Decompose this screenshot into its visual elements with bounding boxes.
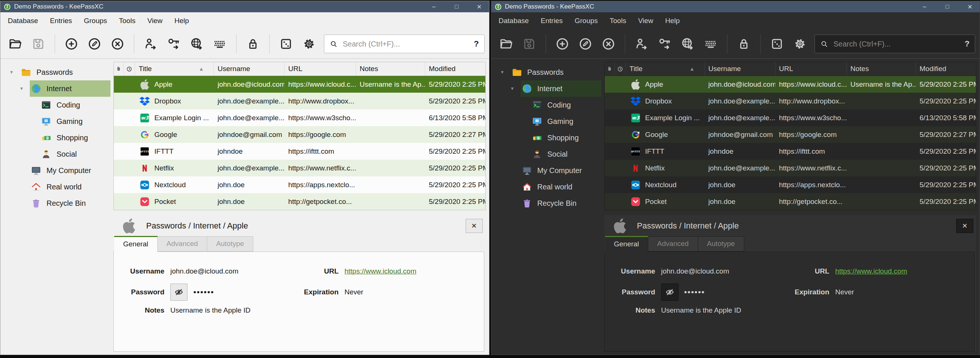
- entry-row-pocket[interactable]: Pocket john.doe http://getpocket.co... 5…: [605, 193, 976, 210]
- add-entry-button[interactable]: [61, 34, 82, 54]
- entry-row-apple[interactable]: Apple john.doe@icloud.com https://www.ic…: [114, 76, 485, 93]
- search-help-button[interactable]: ?: [474, 39, 479, 49]
- edit-entry-button[interactable]: [84, 34, 105, 54]
- entry-row-nextcloud[interactable]: Nextcloud john.doe https://apps.nextclo.…: [605, 176, 976, 193]
- tab-general[interactable]: General: [114, 236, 158, 252]
- password-generator-button[interactable]: [275, 34, 296, 54]
- entry-row-pocket[interactable]: Pocket john.doe http://getpocket.co... 5…: [114, 193, 485, 210]
- modified-column-header[interactable]: Modified: [916, 62, 976, 75]
- group-item-coding[interactable]: Coding: [3, 97, 110, 113]
- menu-view[interactable]: View: [141, 14, 169, 27]
- copy-password-button[interactable]: [163, 34, 184, 54]
- tab-general[interactable]: General: [605, 236, 649, 252]
- entry-row-netflix[interactable]: Netflix john.doe@example.... https://www…: [114, 160, 485, 176]
- add-entry-button[interactable]: [552, 34, 573, 54]
- maximize-button[interactable]: □: [447, 3, 466, 10]
- maximize-button[interactable]: □: [938, 3, 957, 10]
- copy-password-button[interactable]: [654, 34, 675, 54]
- close-preview-button[interactable]: ✕: [466, 219, 483, 233]
- group-item-recycle-bin[interactable]: Recycle Bin: [3, 195, 110, 211]
- entry-row-google[interactable]: Google johndoe@gmail.com https://google.…: [605, 126, 976, 143]
- settings-button[interactable]: [299, 34, 320, 54]
- group-item-my-computer[interactable]: My Computer: [493, 162, 601, 179]
- lock-database-button[interactable]: [733, 34, 754, 54]
- open-database-button[interactable]: [5, 34, 25, 54]
- group-item-real-world[interactable]: Real world: [3, 179, 110, 195]
- title-column-header[interactable]: Title ▲: [135, 62, 214, 75]
- expander-icon[interactable]: ▼: [510, 86, 521, 91]
- search-input[interactable]: [343, 40, 469, 48]
- close-button[interactable]: ✕: [470, 3, 489, 10]
- tab-advanced[interactable]: Advanced: [158, 236, 208, 252]
- expiry-column-header[interactable]: [615, 62, 626, 75]
- group-item-recycle-bin[interactable]: Recycle Bin: [493, 195, 601, 211]
- group-item-shopping[interactable]: Shopping: [493, 129, 601, 146]
- entry-row-ifttt[interactable]: IFTTT johndoe https://ifttt.com 5/29/202…: [605, 143, 976, 160]
- entry-row-example-login[interactable]: Example Login ... john.doe@example.... h…: [114, 109, 485, 126]
- password-reveal-button[interactable]: [170, 284, 188, 301]
- search-input[interactable]: [834, 40, 960, 48]
- group-item-gaming[interactable]: Gaming: [493, 113, 601, 129]
- expander-icon[interactable]: ▼: [500, 70, 511, 75]
- menu-database[interactable]: Database: [493, 14, 535, 27]
- group-item-social[interactable]: Social: [493, 146, 601, 162]
- entry-row-dropbox[interactable]: Dropbox john.doe@example.... http://www.…: [114, 93, 485, 109]
- attachment-column-header[interactable]: [605, 62, 615, 75]
- entry-row-netflix[interactable]: Netflix john.doe@example.... https://www…: [605, 160, 976, 176]
- titlebar[interactable]: Demo Passwords - KeePassXC – □ ✕: [491, 1, 980, 12]
- minimize-button[interactable]: –: [915, 3, 934, 10]
- perform-autotype-button[interactable]: [700, 34, 721, 54]
- delete-entry-button[interactable]: [107, 34, 128, 54]
- url-column-header[interactable]: URL: [775, 62, 847, 75]
- delete-entry-button[interactable]: [598, 34, 619, 54]
- minimize-button[interactable]: –: [424, 3, 444, 10]
- close-preview-button[interactable]: ✕: [956, 219, 973, 233]
- menu-view[interactable]: View: [632, 14, 659, 27]
- menu-entries[interactable]: Entries: [44, 14, 78, 27]
- settings-button[interactable]: [789, 34, 810, 54]
- copy-username-button[interactable]: [140, 34, 161, 54]
- entry-row-apple[interactable]: Apple john.doe@icloud.com https://www.ic…: [605, 76, 976, 93]
- close-button[interactable]: ✕: [960, 3, 980, 10]
- password-generator-button[interactable]: [767, 34, 788, 54]
- menu-tools[interactable]: Tools: [604, 14, 632, 27]
- perform-autotype-button[interactable]: [209, 34, 230, 54]
- expiry-column-header[interactable]: [124, 62, 135, 75]
- notes-column-header[interactable]: Notes: [356, 62, 425, 75]
- group-item-passwords[interactable]: ▼ Passwords: [3, 64, 110, 80]
- tab-advanced[interactable]: Advanced: [648, 236, 698, 252]
- tab-autotype[interactable]: Autotype: [207, 236, 253, 252]
- title-column-header[interactable]: Title ▲: [626, 62, 705, 75]
- modified-column-header[interactable]: Modified: [425, 62, 485, 75]
- edit-entry-button[interactable]: [575, 34, 596, 54]
- entry-row-google[interactable]: Google johndoe@gmail.com https://google.…: [114, 126, 485, 143]
- copy-url-button[interactable]: [186, 34, 207, 54]
- entry-row-dropbox[interactable]: Dropbox john.doe@example.... http://www.…: [605, 93, 976, 109]
- entry-row-ifttt[interactable]: IFTTT johndoe https://ifttt.com 5/29/202…: [114, 143, 485, 160]
- group-item-coding[interactable]: Coding: [493, 97, 601, 113]
- group-item-real-world[interactable]: Real world: [493, 179, 601, 195]
- copy-url-button[interactable]: [677, 34, 698, 54]
- group-item-my-computer[interactable]: My Computer: [3, 162, 110, 179]
- menu-help[interactable]: Help: [659, 14, 686, 27]
- username-column-header[interactable]: Username: [214, 62, 285, 75]
- group-item-internet[interactable]: ▼ Internet: [493, 80, 601, 97]
- attachment-column-header[interactable]: [114, 62, 124, 75]
- url-column-header[interactable]: URL: [285, 62, 356, 75]
- copy-username-button[interactable]: [631, 34, 652, 54]
- username-column-header[interactable]: Username: [705, 62, 775, 75]
- save-database-button[interactable]: [519, 34, 540, 54]
- menu-entries[interactable]: Entries: [535, 14, 569, 27]
- save-database-button[interactable]: [28, 34, 49, 54]
- entry-row-nextcloud[interactable]: Nextcloud john.doe https://apps.nextclo.…: [114, 176, 485, 193]
- menu-groups[interactable]: Groups: [569, 14, 604, 27]
- group-item-internet[interactable]: ▼ Internet: [3, 80, 110, 97]
- menu-tools[interactable]: Tools: [113, 14, 141, 27]
- group-item-passwords[interactable]: ▼ Passwords: [493, 64, 601, 80]
- menu-database[interactable]: Database: [2, 14, 44, 27]
- menu-groups[interactable]: Groups: [78, 14, 113, 27]
- password-reveal-button[interactable]: [661, 284, 678, 301]
- expander-icon[interactable]: ▼: [9, 70, 20, 75]
- group-item-shopping[interactable]: Shopping: [3, 129, 110, 146]
- group-item-social[interactable]: Social: [3, 146, 110, 162]
